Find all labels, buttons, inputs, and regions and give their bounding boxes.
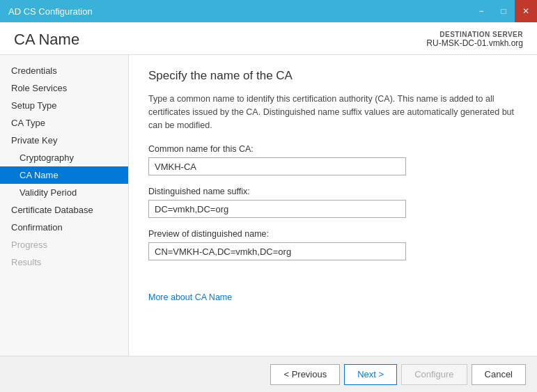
destination-server-label: DESTINATION SERVER — [426, 31, 523, 38]
window-title: AD CS Configuration — [8, 6, 93, 17]
sidebar-item-validity-period[interactable]: Validity Period — [0, 184, 128, 201]
sidebar-item-progress: Progress — [0, 236, 128, 253]
sidebar-item-ca-name[interactable]: CA Name — [0, 166, 128, 184]
window-controls: − □ ✕ — [470, 0, 537, 22]
preview-distinguished-name-group: Preview of distinguished name: — [148, 229, 517, 260]
common-name-input[interactable] — [148, 157, 406, 175]
distinguished-name-suffix-input[interactable] — [148, 200, 406, 218]
previous-button[interactable]: < Previous — [270, 364, 340, 385]
cancel-button[interactable]: Cancel — [472, 364, 526, 385]
sidebar-item-certificate-database[interactable]: Certificate Database — [0, 201, 128, 219]
destination-server-value: RU-MSK-DC-01.vmkh.org — [426, 38, 523, 48]
content-title: Specify the name of the CA — [148, 69, 517, 83]
preview-distinguished-name-input[interactable] — [148, 242, 406, 260]
next-button[interactable]: Next > — [344, 364, 397, 385]
configure-button: Configure — [401, 364, 467, 385]
distinguished-name-suffix-group: Distinguished name suffix: — [148, 187, 517, 218]
distinguished-name-suffix-label: Distinguished name suffix: — [148, 187, 517, 196]
sidebar-item-role-services[interactable]: Role Services — [0, 79, 128, 97]
title-bar: AD CS Configuration − □ ✕ — [0, 0, 537, 22]
sidebar-item-private-key[interactable]: Private Key — [0, 132, 128, 149]
footer: < Previous Next > Configure Cancel — [0, 356, 537, 392]
destination-server-info: DESTINATION SERVER RU-MSK-DC-01.vmkh.org — [426, 31, 523, 48]
header-area: CA Name DESTINATION SERVER RU-MSK-DC-01.… — [0, 22, 537, 55]
maximize-button[interactable]: □ — [492, 0, 515, 22]
common-name-label: Common name for this CA: — [148, 144, 517, 154]
close-button[interactable]: ✕ — [515, 0, 537, 22]
sidebar-item-cryptography[interactable]: Cryptography — [0, 149, 128, 166]
minimize-button[interactable]: − — [470, 0, 492, 22]
content-description: Type a common name to identify this cert… — [148, 93, 517, 132]
sidebar-item-credentials[interactable]: Credentials — [0, 62, 128, 79]
preview-distinguished-name-label: Preview of distinguished name: — [148, 229, 517, 239]
more-about-ca-name-link[interactable]: More about CA Name — [148, 292, 232, 302]
main-container: CA Name DESTINATION SERVER RU-MSK-DC-01.… — [0, 22, 537, 392]
sidebar-item-confirmation[interactable]: Confirmation — [0, 219, 128, 236]
page-title: CA Name — [14, 31, 426, 49]
common-name-group: Common name for this CA: — [148, 144, 517, 175]
sidebar: Credentials Role Services Setup Type CA … — [0, 55, 129, 356]
body-area: Credentials Role Services Setup Type CA … — [0, 55, 537, 356]
sidebar-item-setup-type[interactable]: Setup Type — [0, 97, 128, 114]
content-area: Specify the name of the CA Type a common… — [129, 55, 537, 356]
sidebar-item-results: Results — [0, 253, 128, 271]
sidebar-item-ca-type[interactable]: CA Type — [0, 114, 128, 132]
